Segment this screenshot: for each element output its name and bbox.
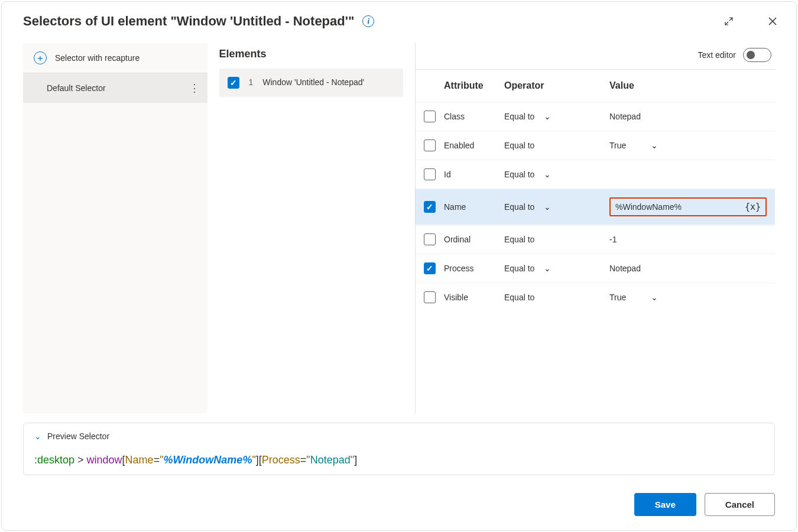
- token-eq: =: [154, 454, 160, 466]
- chevron-down-icon[interactable]: ⌄: [544, 112, 551, 121]
- value-cell[interactable]: Notepad: [609, 112, 767, 121]
- attribute-name: Ordinal: [444, 235, 504, 244]
- attribute-name: Enabled: [444, 141, 504, 150]
- element-checkbox[interactable]: [228, 77, 239, 89]
- column-attribute: Attribute: [444, 80, 504, 91]
- token-eq2: =: [300, 454, 307, 466]
- attribute-checkbox[interactable]: [424, 168, 436, 180]
- operator-label: Equal to: [504, 293, 534, 302]
- value-cell[interactable]: -1: [609, 235, 767, 244]
- attribute-row[interactable]: ProcessEqual to⌄Notepad: [416, 254, 775, 283]
- preview-section: ⌄ Preview Selector :desktop > window[Nam…: [23, 423, 775, 475]
- column-value: Value: [609, 80, 767, 91]
- operator-cell[interactable]: Equal to: [504, 141, 609, 150]
- value-cell[interactable]: True⌄: [609, 293, 767, 302]
- attribute-row[interactable]: VisibleEqual toTrue⌄: [416, 283, 775, 312]
- chevron-down-icon[interactable]: ⌄: [544, 264, 551, 273]
- attributes-header: Text editor: [416, 43, 775, 69]
- token-proc-key: Process: [262, 454, 300, 466]
- value-text: True: [609, 141, 626, 150]
- value-text: %WindowName%: [615, 202, 682, 212]
- attributes-panel: Text editor Attribute Operator Value Cla…: [415, 43, 775, 413]
- element-name: Window 'Untitled - Notepad': [262, 77, 364, 87]
- dialog-header: Selectors of UI element "Window 'Untitle…: [2, 2, 796, 35]
- plus-icon: +: [34, 51, 47, 64]
- value-cell[interactable]: %WindowName%{x}: [609, 197, 767, 216]
- chevron-down-icon[interactable]: ⌄: [651, 293, 658, 302]
- default-selector-label: Default Selector: [47, 83, 106, 93]
- column-operator: Operator: [504, 80, 609, 91]
- value-text: -1: [609, 235, 617, 244]
- value-text: Notepad: [609, 112, 641, 121]
- elements-heading: Elements: [219, 43, 404, 69]
- element-item[interactable]: 1 Window 'Untitled - Notepad': [219, 69, 404, 97]
- operator-label: Equal to: [504, 112, 534, 121]
- attribute-row[interactable]: EnabledEqual toTrue⌄: [416, 131, 775, 160]
- cancel-button[interactable]: Cancel: [705, 493, 775, 516]
- attribute-checkbox[interactable]: [424, 201, 436, 213]
- attribute-name: Id: [444, 170, 504, 179]
- dialog-title: Selectors of UI element "Window 'Untitle…: [23, 14, 354, 29]
- value-cell[interactable]: Notepad: [609, 264, 767, 273]
- preview-label: Preview Selector: [47, 432, 109, 441]
- kebab-icon[interactable]: ⋮: [189, 82, 199, 95]
- chevron-down-icon: ⌄: [34, 432, 41, 441]
- selector-dialog: Selectors of UI element "Window 'Untitle…: [1, 1, 797, 531]
- chevron-down-icon[interactable]: ⌄: [544, 170, 551, 179]
- info-icon[interactable]: i: [362, 15, 374, 27]
- attribute-row[interactable]: ClassEqual to⌄Notepad: [416, 102, 775, 131]
- attributes-table: Attribute Operator Value ClassEqual to⌄N…: [416, 69, 775, 312]
- operator-cell[interactable]: Equal to⌄: [504, 202, 609, 212]
- attribute-name: Class: [444, 112, 504, 121]
- default-selector-item[interactable]: Default Selector ⋮: [23, 73, 207, 103]
- operator-label: Equal to: [504, 141, 534, 150]
- value-text: Notepad: [609, 264, 641, 273]
- close-icon[interactable]: [767, 15, 778, 27]
- chevron-down-icon[interactable]: ⌄: [651, 141, 658, 150]
- attribute-name: Process: [444, 264, 504, 273]
- variable-icon[interactable]: {x}: [745, 202, 761, 212]
- token-name-key: Name: [125, 454, 154, 466]
- dialog-footer: Save Cancel: [2, 485, 796, 530]
- attribute-checkbox[interactable]: [424, 233, 436, 245]
- add-selector-button[interactable]: + Selector with recapture: [23, 43, 207, 73]
- operator-cell[interactable]: Equal to: [504, 235, 609, 244]
- operator-label: Equal to: [504, 264, 534, 273]
- attribute-name: Visible: [444, 293, 504, 302]
- value-text: True: [609, 293, 626, 302]
- text-editor-toggle[interactable]: [743, 48, 771, 62]
- dialog-body: + Selector with recapture Default Select…: [2, 35, 796, 413]
- attribute-checkbox[interactable]: [424, 140, 436, 151]
- value-input[interactable]: %WindowName%{x}: [609, 197, 767, 216]
- operator-cell[interactable]: Equal to⌄: [504, 112, 609, 121]
- preview-code: :desktop > window[Name="%WindowName%"][P…: [34, 454, 764, 466]
- attribute-name: Name: [444, 202, 504, 212]
- token-name-val: %WindowName%: [164, 454, 252, 466]
- selectors-panel: + Selector with recapture Default Select…: [23, 43, 207, 413]
- operator-cell[interactable]: Equal to⌄: [504, 170, 609, 179]
- operator-label: Equal to: [504, 235, 534, 244]
- attribute-row[interactable]: NameEqual to⌄%WindowName%{x}: [416, 189, 775, 225]
- operator-cell[interactable]: Equal to: [504, 293, 609, 302]
- attribute-checkbox[interactable]: [424, 111, 436, 122]
- expand-icon[interactable]: [723, 15, 735, 27]
- attribute-row[interactable]: OrdinalEqual to-1: [416, 225, 775, 254]
- attributes-table-header: Attribute Operator Value: [416, 70, 775, 102]
- preview-toggle[interactable]: ⌄ Preview Selector: [34, 432, 764, 441]
- add-selector-label: Selector with recapture: [55, 53, 140, 63]
- token-desktop: :desktop: [34, 454, 74, 466]
- attribute-row[interactable]: IdEqual to⌄: [416, 160, 775, 189]
- token-window: window: [87, 454, 122, 466]
- operator-cell[interactable]: Equal to⌄: [504, 264, 609, 273]
- attribute-checkbox[interactable]: [424, 291, 436, 303]
- token-gt: >: [74, 454, 87, 466]
- elements-panel: Elements 1 Window 'Untitled - Notepad': [219, 43, 404, 413]
- save-button[interactable]: Save: [634, 493, 696, 516]
- element-index: 1: [249, 77, 254, 87]
- value-cell[interactable]: True⌄: [609, 141, 767, 150]
- chevron-down-icon[interactable]: ⌄: [544, 202, 551, 212]
- token-rbr2: ]: [354, 454, 357, 466]
- operator-label: Equal to: [504, 170, 534, 179]
- attribute-checkbox[interactable]: [424, 262, 436, 274]
- token-proc-val: Notepad: [310, 454, 351, 466]
